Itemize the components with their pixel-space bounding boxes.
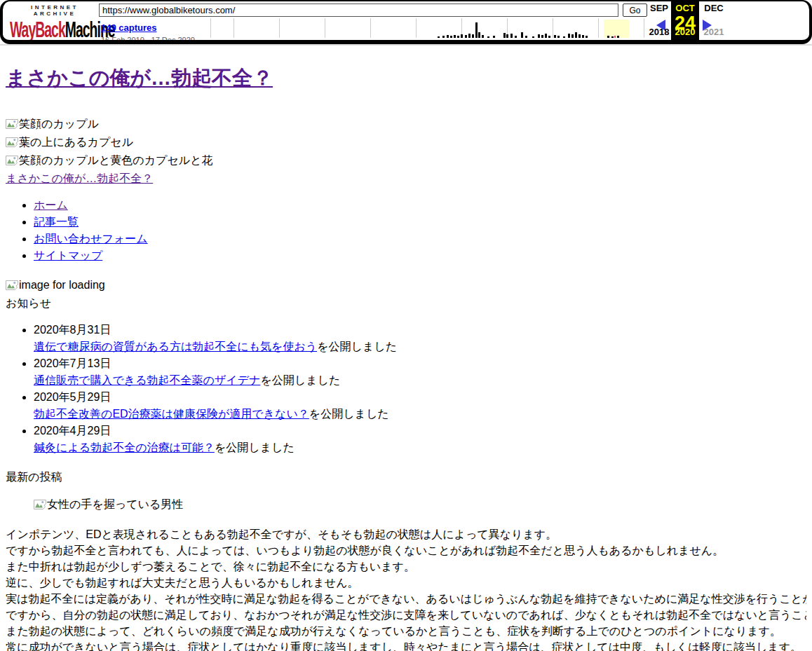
month-next[interactable]: DEC (701, 3, 726, 13)
broken-image-alt: 葉の上にあるカプセル (19, 136, 133, 148)
article-line: 逆に、少しでも勃起すれば大丈夫だと思う人もいるかもしれません。 (6, 575, 806, 591)
broken-image-alt: 笑顔のカップル (19, 118, 99, 130)
article-line: また勃起の状態によって、どれくらいの頻度で満足な成功が行えなくなっているかと言う… (6, 623, 806, 639)
page-title-link[interactable]: まさかこの俺が…勃起不全？ (6, 67, 273, 89)
news-item: 2020年8月31日 遺伝で糖尿病の資質がある方は勃起不全にも気を使おうを公開し… (34, 322, 806, 355)
news-item: 2020年5月29日 勃起不全改善のED治療薬は健康保険が適用できない？を公開し… (34, 389, 806, 423)
broken-image-alt: 笑顔のカップルと黄色のカプセルと花 (19, 154, 213, 166)
wordmark-wayback: WayBack (10, 18, 65, 41)
broken-image-icon (6, 117, 18, 134)
year-prev[interactable]: 2018 (648, 27, 670, 37)
capture-date-range: 16 Feb 2010 - 17 Dec 2020 (101, 36, 192, 44)
wayback-logo[interactable]: INTERNET ARCHIVE WayBackMachine (10, 4, 100, 34)
news-item: 2020年4月29日 鍼灸による勃起不全の治療は可能？を公開しました (34, 423, 806, 456)
article-line: インポテンツ、EDと表現されることもある勃起不全ですが、そもそも勃起の状態は人に… (6, 526, 806, 542)
broken-image-icon (6, 135, 18, 152)
notice-heading: お知らせ (6, 295, 806, 312)
year-next: 2021 (701, 27, 726, 37)
month-current: OCT (671, 3, 699, 13)
nav-item-home: ホーム (34, 197, 806, 214)
latest-posts-heading: 最新の投稿 (6, 469, 806, 486)
broken-image-icon (6, 153, 18, 170)
nav-link-contact[interactable]: お問い合わせフォーム (34, 233, 148, 245)
loading-image-row: image for loading (6, 277, 806, 295)
wayback-machine-wordmark: WayBackMachine (10, 18, 93, 42)
broken-image-row: 葉の上にあるカプセル (6, 134, 806, 152)
nav-item-sitemap: サイトマップ (34, 247, 806, 264)
nav-item-contact: お問い合わせフォーム (34, 231, 806, 247)
internet-archive-label: INTERNET ARCHIVE (10, 4, 100, 17)
page-title: まさかこの俺が…勃起不全？ (6, 64, 806, 92)
news-date: 2020年8月31日 (34, 324, 111, 336)
archived-page-content: まさかこの俺が…勃起不全？ 笑顔のカップル 葉の上にあるカプセル 笑顔のカップル… (0, 64, 812, 651)
broken-image-alt: image for loading (19, 279, 105, 291)
broken-image-row: 笑顔のカップル (6, 116, 806, 134)
broken-image-icon (34, 498, 46, 514)
wayback-toolbar: INTERNET ARCHIVE WayBackMachine Go 149 c… (0, 0, 812, 46)
news-suffix: を公開しました (260, 374, 340, 386)
month-prev[interactable]: SEP (648, 3, 670, 13)
news-link[interactable]: 鍼灸による勃起不全の治療は可能？ (34, 441, 215, 453)
article-line: ですから勃起不全と言われても、人によっては、いつもより勃起の状態が良くないことが… (6, 542, 806, 559)
article-line: ですから、自分の勃起の状態に満足しており、なおかつそれが満足な性交渉に支障を来し… (6, 607, 806, 623)
timeline-sparkline[interactable] (189, 18, 644, 38)
article-line: 実は勃起不全には定義があり、それが性交時に満足な勃起を得ることができない、あるい… (6, 591, 806, 607)
news-item: 2020年7月13日 通信販売で購入できる勃起不全薬のザイデナを公開しました (34, 355, 806, 389)
site-nav-menu: ホーム 記事一覧 お問い合わせフォーム サイトマップ (6, 197, 806, 264)
article-line: また中折れは勃起が少しずつ萎えることで、徐々に勃起不全になる方もいます。 (6, 559, 806, 575)
article-line: 常に成功ができないと言う場合は、症状としてはかなり重度に該当しますし、時々やたま… (6, 639, 806, 651)
news-suffix: を公開しました (309, 408, 389, 420)
year-current: 2020 (671, 27, 699, 37)
news-date: 2020年7月13日 (34, 357, 111, 369)
news-link[interactable]: 勃起不全改善のED治療薬は健康保険が適用できない？ (34, 408, 309, 420)
broken-image-row: 笑顔のカップルと黄色のカプセルと花 (6, 152, 806, 170)
captures-info: 149 captures 16 Feb 2010 - 17 Dec 2020 (101, 21, 192, 44)
broken-image-alt: 女性の手を握っている男性 (47, 498, 183, 510)
news-suffix: を公開しました (215, 441, 295, 453)
news-date: 2020年5月29日 (34, 391, 111, 403)
go-button[interactable]: Go (623, 4, 647, 17)
nav-link-articles[interactable]: 記事一覧 (34, 216, 79, 228)
nav-link-sitemap[interactable]: サイトマップ (34, 249, 102, 261)
url-input[interactable] (99, 4, 618, 17)
repeat-title-link[interactable]: まさかこの俺が…勃起不全？ (6, 172, 153, 184)
nav-item-articles: 記事一覧 (34, 214, 806, 231)
news-link[interactable]: 遺伝で糖尿病の資質がある方は勃起不全にも気を使おう (34, 341, 317, 352)
latest-post-image-row: 女性の手を握っている男性 (6, 496, 806, 514)
article-body: インポテンツ、EDと表現されることもある勃起不全ですが、そもそも勃起の状態は人に… (6, 526, 806, 651)
news-suffix: を公開しました (317, 341, 397, 352)
news-list: 2020年8月31日 遺伝で糖尿病の資質がある方は勃起不全にも気を使おうを公開し… (6, 322, 806, 456)
repeat-title-row: まさかこの俺が…勃起不全？ (6, 170, 806, 187)
news-link[interactable]: 通信販売で購入できる勃起不全薬のザイデナ (34, 374, 260, 386)
nav-link-home[interactable]: ホーム (34, 199, 68, 211)
broken-image-icon (6, 278, 18, 295)
calendar-nav: SEP OCT DEC 24 2018 2020 2021 (648, 1, 731, 40)
captures-link[interactable]: 149 captures (101, 22, 157, 33)
news-date: 2020年4月29日 (34, 425, 111, 437)
